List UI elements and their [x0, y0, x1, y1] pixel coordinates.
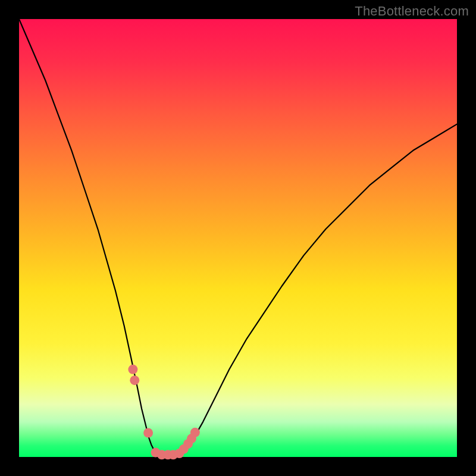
chart-frame: TheBottleneck.com: [0, 0, 476, 476]
bottleneck-curve: [19, 19, 457, 455]
bottleneck-dots: [128, 365, 200, 460]
highlight-dot: [130, 375, 139, 385]
chart-plot-area: [19, 19, 457, 457]
highlight-dot: [143, 428, 153, 438]
highlight-dot: [190, 428, 200, 437]
chart-svg: [19, 19, 457, 457]
highlight-dot: [128, 365, 137, 374]
watermark-text: TheBottleneck.com: [355, 4, 469, 19]
